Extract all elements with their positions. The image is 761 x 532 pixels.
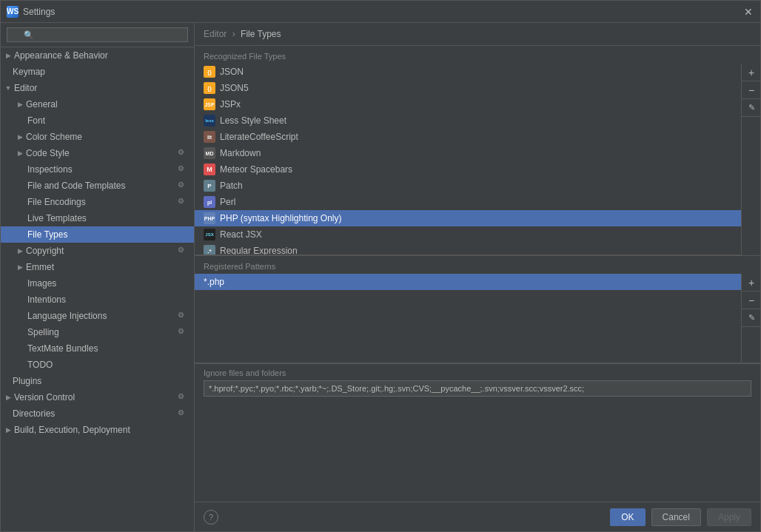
window-title: Settings [23,7,742,17]
sidebar-item-language-injections[interactable]: Language Injections ⚙ [1,308,194,324]
sidebar-item-file-encodings[interactable]: File Encodings ⚙ [1,194,194,210]
file-type-name: React JSX [220,229,262,240]
file-type-json[interactable]: {} JSON [195,64,741,80]
sidebar-item-label: File Encodings [27,197,178,207]
file-type-php[interactable]: PHP PHP (syntax Highlighting Only) [195,210,741,226]
sidebar-item-label: Code Style [26,148,178,158]
edit-pattern-button[interactable]: ✎ [742,309,760,327]
sidebar-item-label: Live Templates [27,213,188,223]
file-icon: MD [204,147,215,159]
expand-icon: ▶ [16,100,24,109]
settings-window: WS Settings ✕ 🔍 ▶ Appearance & Behavior [0,0,761,532]
file-icon: less [204,115,215,127]
remove-file-type-button[interactable]: − [742,81,760,99]
sidebar-item-copyright[interactable]: ▶ Copyright ⚙ [1,243,194,259]
sidebar-item-textmate[interactable]: TextMate Bundles [1,340,194,357]
sidebar-item-file-code-templates[interactable]: File and Code Templates ⚙ [1,178,194,194]
sidebar-scroll: ▶ Appearance & Behavior Keymap ▼ Editor … [1,47,194,531]
sidebar-item-label: Color Scheme [26,132,188,142]
file-type-jspx[interactable]: JSP JSPx [195,96,741,112]
sidebar-item-label: Spelling [27,327,178,337]
apply-button[interactable]: Apply [707,508,751,526]
recognized-file-types-list-container: {} JSON {} JSON5 JSP JSPx [195,64,760,256]
search-box: 🔍 [1,23,194,47]
expand-icon: ▶ [4,51,13,60]
sidebar-item-keymap[interactable]: Keymap [1,64,194,80]
sidebar-item-code-style[interactable]: ▶ Code Style ⚙ [1,145,194,161]
sidebar-item-label: Images [27,278,188,289]
settings-icon: ⚙ [178,408,188,419]
file-type-patch[interactable]: P Patch [195,178,741,194]
patterns-list: *.php [195,274,741,363]
app-icon: WS [7,6,19,18]
search-input[interactable] [7,27,188,42]
file-type-name: Meteor Spacebars [220,164,292,175]
file-type-name: LiterateCoffeeScript [220,132,298,142]
sidebar-item-color-scheme[interactable]: ▶ Color Scheme [1,129,194,145]
sidebar-item-label: Inspections [27,164,178,175]
sidebar-item-editor[interactable]: ▼ Editor [1,80,194,96]
file-type-json5[interactable]: {} JSON5 [195,80,741,96]
close-button[interactable]: ✕ [742,6,754,18]
file-icon: M [204,164,215,175]
expand-icon: ▶ [4,393,13,402]
cancel-button[interactable]: Cancel [651,508,701,526]
registered-patterns-label: Registered Patterns [195,256,760,274]
file-type-name: JSON [220,67,244,77]
sidebar-item-spelling[interactable]: Spelling ⚙ [1,324,194,340]
pattern-php[interactable]: *.php [195,274,741,290]
file-type-name: Regular Expression [220,246,298,255]
file-type-name: Perl [220,197,235,207]
sidebar-item-font[interactable]: Font [1,112,194,129]
sidebar-item-label: Copyright [26,246,178,256]
settings-icon: ⚙ [178,197,188,207]
sidebar-item-intentions[interactable]: Intentions [1,292,194,308]
sidebar-item-images[interactable]: Images [1,275,194,292]
sidebar-item-label: Font [27,115,188,126]
sidebar-item-live-templates[interactable]: Live Templates [1,210,194,226]
file-type-perl[interactable]: pl Perl [195,194,741,210]
file-types-controls: + − ✎ [741,64,760,255]
file-type-literate[interactable]: lit LiterateCoffeeScript [195,129,741,145]
sidebar-item-build[interactable]: ▶ Build, Execution, Deployment [1,422,194,438]
settings-icon: ⚙ [178,246,188,256]
sidebar-item-emmet[interactable]: ▶ Emmet [1,259,194,275]
file-type-name: JSON5 [220,83,249,93]
file-type-name: Markdown [220,148,261,158]
ignore-input[interactable] [204,380,751,397]
sidebar-item-plugins[interactable]: Plugins [1,373,194,389]
add-file-type-button[interactable]: + [742,64,760,81]
sidebar-item-file-types[interactable]: File Types [1,226,194,243]
sidebar-item-inspections[interactable]: Inspections ⚙ [1,161,194,178]
file-type-less[interactable]: less Less Style Sheet [195,112,741,129]
sidebar-item-general[interactable]: ▶ General [1,96,194,112]
sidebar-item-label: TextMate Bundles [27,343,188,354]
sidebar-item-label: Editor [14,83,188,93]
file-types-list: {} JSON {} JSON5 JSP JSPx [195,64,741,255]
pattern-value: *.php [204,277,224,287]
file-type-regex[interactable]: .* Regular Expression [195,243,741,255]
file-type-name: Patch [220,181,243,191]
file-type-meteor[interactable]: M Meteor Spacebars [195,161,741,178]
sidebar-item-todo[interactable]: TODO [1,357,194,373]
edit-file-type-button[interactable]: ✎ [742,99,760,117]
help-button[interactable]: ? [204,510,218,525]
remove-pattern-button[interactable]: − [742,292,760,309]
sidebar-item-label: Directories [13,408,178,419]
sidebar-item-appearance[interactable]: ▶ Appearance & Behavior [1,47,194,64]
add-pattern-button[interactable]: + [742,274,760,292]
sidebar-item-label: TODO [27,360,188,370]
ok-button[interactable]: OK [610,508,645,526]
dialog-footer: ? OK Cancel Apply [195,502,760,531]
file-type-react-jsx[interactable]: JSX React JSX [195,226,741,243]
file-type-name: Less Style Sheet [220,115,286,126]
sidebar-item-directories[interactable]: Directories ⚙ [1,405,194,422]
file-type-markdown[interactable]: MD Markdown [195,145,741,161]
settings-icon: ⚙ [178,181,188,191]
settings-icon: ⚙ [178,392,188,403]
sidebar-item-version-control[interactable]: ▶ Version Control ⚙ [1,389,194,405]
settings-icon: ⚙ [178,327,188,337]
expand-icon: ▼ [4,84,13,92]
sidebar-item-label: Plugins [13,376,188,386]
file-icon: {} [204,66,215,78]
